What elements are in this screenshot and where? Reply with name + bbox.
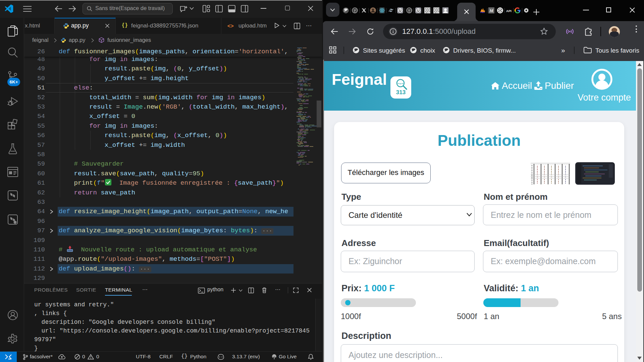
svg-text:M: M	[489, 8, 493, 13]
svg-text:PMA: PMA	[480, 11, 485, 13]
svg-text:feignal: feignal	[397, 82, 404, 84]
svg-text:API: API	[506, 9, 512, 13]
